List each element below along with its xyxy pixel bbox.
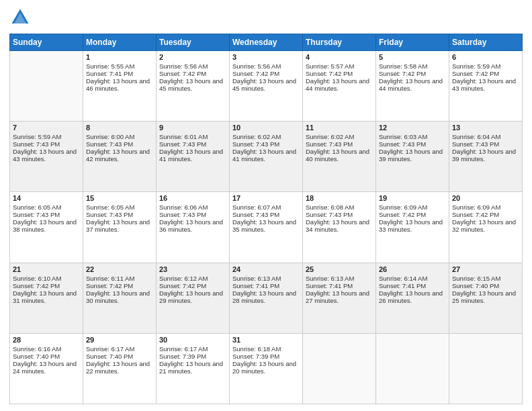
day-number: 25: [306, 265, 373, 273]
sunrise-text: Sunrise: 6:11 AM: [86, 275, 153, 282]
day-number: 31: [232, 336, 300, 344]
sunset-text: Sunset: 7:42 PM: [159, 70, 226, 77]
calendar-body: 1Sunrise: 5:55 AMSunset: 7:41 PMDaylight…: [10, 51, 523, 404]
daylight-text: Daylight: 13 hours and 45 minutes.: [159, 77, 226, 92]
calendar-week-row: 7Sunrise: 5:59 AMSunset: 7:43 PMDaylight…: [10, 122, 523, 192]
day-header-tuesday: Tuesday: [157, 34, 230, 51]
sunrise-text: Sunrise: 6:08 AM: [306, 203, 373, 211]
sunset-text: Sunset: 7:43 PM: [232, 211, 300, 218]
sunrise-text: Sunrise: 5:58 AM: [379, 62, 446, 70]
daylight-text: Daylight: 13 hours and 39 minutes.: [452, 148, 519, 163]
sunset-text: Sunset: 7:39 PM: [159, 353, 226, 360]
sunrise-text: Sunrise: 6:12 AM: [159, 275, 226, 282]
calendar-cell: 19Sunrise: 6:09 AMSunset: 7:42 PMDayligh…: [376, 192, 449, 263]
calendar-cell: 5Sunrise: 5:58 AMSunset: 7:42 PMDaylight…: [376, 51, 449, 122]
day-number: 4: [306, 53, 373, 61]
sunset-text: Sunset: 7:43 PM: [159, 211, 226, 218]
sunset-text: Sunset: 7:42 PM: [452, 211, 519, 218]
daylight-text: Daylight: 13 hours and 42 minutes.: [86, 148, 153, 163]
daylight-text: Daylight: 13 hours and 25 minutes.: [452, 289, 519, 304]
sunset-text: Sunset: 7:42 PM: [86, 282, 153, 289]
calendar-header-row: SundayMondayTuesdayWednesdayThursdayFrid…: [10, 34, 523, 51]
day-number: 5: [379, 53, 446, 61]
calendar-week-row: 21Sunrise: 6:10 AMSunset: 7:42 PMDayligh…: [10, 263, 523, 333]
daylight-text: Daylight: 13 hours and 31 minutes.: [13, 289, 80, 304]
calendar-cell: 21Sunrise: 6:10 AMSunset: 7:42 PMDayligh…: [10, 263, 83, 333]
sunrise-text: Sunrise: 6:09 AM: [379, 203, 446, 211]
day-number: 6: [452, 53, 519, 61]
day-number: 15: [86, 194, 153, 202]
daylight-text: Daylight: 13 hours and 41 minutes.: [159, 148, 226, 163]
page: SundayMondayTuesdayWednesdayThursdayFrid…: [0, 0, 532, 411]
calendar-cell: 3Sunrise: 5:56 AMSunset: 7:42 PMDaylight…: [230, 51, 303, 122]
day-number: 9: [159, 124, 226, 132]
calendar-cell: 28Sunrise: 6:16 AMSunset: 7:40 PMDayligh…: [10, 333, 83, 404]
sunset-text: Sunset: 7:43 PM: [306, 140, 373, 148]
calendar-cell: 2Sunrise: 5:56 AMSunset: 7:42 PMDaylight…: [157, 51, 230, 122]
day-header-saturday: Saturday: [449, 34, 523, 51]
day-number: 8: [86, 124, 153, 132]
day-number: 1: [86, 53, 153, 61]
day-number: 28: [13, 336, 80, 344]
sunrise-text: Sunrise: 6:06 AM: [159, 203, 226, 211]
sunset-text: Sunset: 7:43 PM: [159, 140, 226, 148]
daylight-text: Daylight: 13 hours and 22 minutes.: [86, 360, 153, 375]
calendar-cell: 27Sunrise: 6:15 AMSunset: 7:40 PMDayligh…: [449, 263, 523, 333]
sunrise-text: Sunrise: 6:13 AM: [232, 275, 300, 282]
day-number: 3: [232, 53, 300, 61]
sunset-text: Sunset: 7:40 PM: [13, 353, 80, 360]
day-number: 10: [232, 124, 300, 132]
sunrise-text: Sunrise: 5:57 AM: [306, 62, 373, 70]
sunrise-text: Sunrise: 6:17 AM: [86, 345, 153, 353]
sunrise-text: Sunrise: 6:14 AM: [379, 275, 446, 282]
calendar-cell: 12Sunrise: 6:03 AMSunset: 7:43 PMDayligh…: [376, 122, 449, 192]
daylight-text: Daylight: 13 hours and 28 minutes.: [232, 289, 300, 304]
day-number: 17: [232, 194, 300, 202]
sunrise-text: Sunrise: 5:56 AM: [232, 62, 300, 70]
day-number: 14: [13, 194, 80, 202]
sunset-text: Sunset: 7:39 PM: [232, 353, 300, 360]
sunset-text: Sunset: 7:42 PM: [306, 70, 373, 77]
day-number: 16: [159, 194, 226, 202]
sunset-text: Sunset: 7:43 PM: [232, 140, 300, 148]
sunrise-text: Sunrise: 6:05 AM: [86, 203, 153, 211]
sunrise-text: Sunrise: 6:18 AM: [232, 345, 300, 353]
sunset-text: Sunset: 7:43 PM: [379, 140, 446, 148]
daylight-text: Daylight: 13 hours and 43 minutes.: [452, 77, 519, 92]
sunrise-text: Sunrise: 6:05 AM: [13, 203, 80, 211]
day-number: 19: [379, 194, 446, 202]
daylight-text: Daylight: 13 hours and 32 minutes.: [452, 218, 519, 233]
sunset-text: Sunset: 7:42 PM: [232, 70, 300, 77]
sunrise-text: Sunrise: 6:03 AM: [379, 133, 446, 140]
day-header-sunday: Sunday: [10, 34, 83, 51]
sunset-text: Sunset: 7:40 PM: [452, 282, 519, 289]
day-number: 27: [452, 265, 519, 273]
daylight-text: Daylight: 13 hours and 44 minutes.: [379, 77, 446, 92]
daylight-text: Daylight: 13 hours and 29 minutes.: [159, 289, 226, 304]
sunrise-text: Sunrise: 5:55 AM: [86, 62, 153, 70]
calendar-cell: 17Sunrise: 6:07 AMSunset: 7:43 PMDayligh…: [230, 192, 303, 263]
logo-icon: [9, 7, 31, 28]
sunrise-text: Sunrise: 6:17 AM: [159, 345, 226, 353]
logo: [9, 7, 34, 28]
calendar-cell: [10, 51, 83, 122]
calendar-cell: 14Sunrise: 6:05 AMSunset: 7:43 PMDayligh…: [10, 192, 83, 263]
sunrise-text: Sunrise: 6:16 AM: [13, 345, 80, 353]
sunrise-text: Sunrise: 6:07 AM: [232, 203, 300, 211]
calendar-cell: 20Sunrise: 6:09 AMSunset: 7:42 PMDayligh…: [449, 192, 523, 263]
sunset-text: Sunset: 7:41 PM: [379, 282, 446, 289]
day-number: 13: [452, 124, 519, 132]
sunset-text: Sunset: 7:42 PM: [379, 70, 446, 77]
calendar-cell: 11Sunrise: 6:02 AMSunset: 7:43 PMDayligh…: [303, 122, 376, 192]
sunrise-text: Sunrise: 6:15 AM: [452, 275, 519, 282]
calendar-cell: 13Sunrise: 6:04 AMSunset: 7:43 PMDayligh…: [449, 122, 523, 192]
calendar-week-row: 28Sunrise: 6:16 AMSunset: 7:40 PMDayligh…: [10, 333, 523, 404]
daylight-text: Daylight: 13 hours and 36 minutes.: [159, 218, 226, 233]
day-header-friday: Friday: [376, 34, 449, 51]
calendar-cell: 10Sunrise: 6:02 AMSunset: 7:43 PMDayligh…: [230, 122, 303, 192]
day-number: 12: [379, 124, 446, 132]
daylight-text: Daylight: 13 hours and 40 minutes.: [306, 148, 373, 163]
sunrise-text: Sunrise: 6:09 AM: [452, 203, 519, 211]
daylight-text: Daylight: 13 hours and 35 minutes.: [232, 218, 300, 233]
sunrise-text: Sunrise: 6:00 AM: [86, 133, 153, 140]
